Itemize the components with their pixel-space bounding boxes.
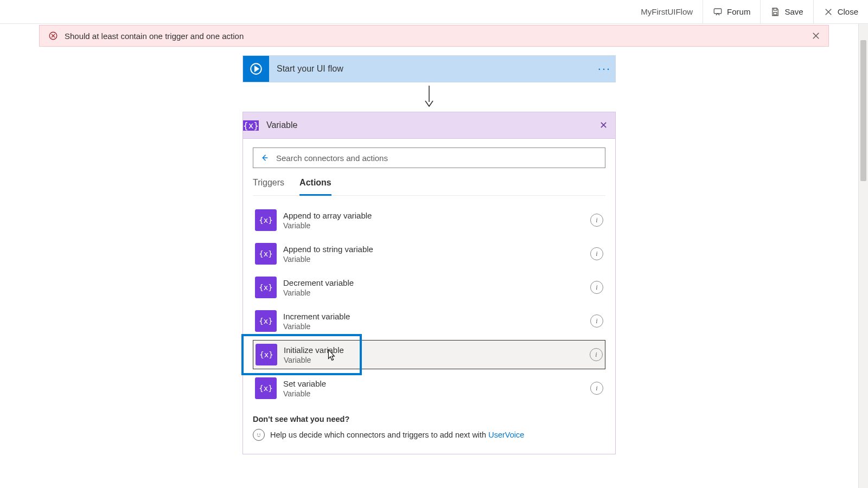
vertical-scrollbar[interactable]: [858, 24, 868, 488]
search-box[interactable]: [253, 147, 605, 168]
action-sub: Variable: [284, 356, 590, 364]
variable-icon: {x}: [255, 377, 277, 399]
info-icon[interactable]: i: [590, 281, 603, 294]
scrollbar-thumb[interactable]: [860, 40, 866, 181]
action-increment[interactable]: {x} Increment variable Variable i: [253, 306, 605, 336]
variable-panel-body: Triggers Actions {x} Append to array var…: [242, 139, 616, 454]
action-sub: Variable: [283, 389, 590, 398]
action-set[interactable]: {x} Set variable Variable i: [253, 374, 605, 403]
svg-rect-0: [714, 9, 722, 14]
action-title: Increment variable: [283, 312, 590, 321]
tab-triggers[interactable]: Triggers: [253, 178, 284, 195]
help-text: Help us decide which connectors and trig…: [270, 431, 524, 439]
info-icon[interactable]: i: [590, 314, 603, 328]
tab-actions[interactable]: Actions: [299, 178, 331, 196]
search-input[interactable]: [273, 153, 602, 163]
info-icon[interactable]: i: [590, 247, 603, 260]
save-button-label: Save: [784, 7, 803, 16]
flow-canvas: Start your UI flow ··· {x} Variable ✕: [0, 49, 858, 488]
banner-close-button[interactable]: [811, 31, 821, 41]
actions-list: {x} Append to array variable Variable i …: [253, 206, 605, 403]
validation-banner: Should at least contain one trigger and …: [39, 25, 829, 47]
svg-point-8: [259, 434, 260, 435]
variable-icon: {x}: [255, 209, 277, 231]
action-append-array[interactable]: {x} Append to array variable Variable i: [253, 206, 605, 235]
trigger-more-button[interactable]: ···: [593, 62, 615, 76]
variable-icon: {x}: [255, 243, 277, 265]
info-icon[interactable]: i: [590, 348, 603, 361]
svg-rect-1: [774, 8, 777, 10]
chat-icon: [713, 7, 723, 17]
forum-button[interactable]: Forum: [703, 0, 760, 23]
action-title: Append to string variable: [283, 245, 590, 254]
action-title: Append to array variable: [283, 211, 590, 220]
action-sub: Variable: [283, 221, 590, 230]
variable-panel-header: {x} Variable ✕: [242, 112, 616, 139]
action-title: Decrement variable: [283, 278, 590, 287]
uservoice-link[interactable]: UserVoice: [488, 431, 524, 439]
trigger-title: Start your UI flow: [269, 64, 593, 74]
svg-point-7: [257, 434, 258, 435]
info-icon[interactable]: i: [590, 382, 603, 395]
top-toolbar: MyFirstUIFlow Forum Save Close: [0, 0, 868, 24]
action-title: Initialize variable: [284, 345, 590, 355]
action-sub: Variable: [283, 288, 590, 297]
info-icon[interactable]: i: [590, 214, 603, 227]
variable-panel-title: Variable: [259, 120, 591, 130]
trigger-card[interactable]: Start your UI flow ···: [242, 55, 616, 82]
close-button[interactable]: Close: [813, 0, 868, 23]
forum-button-label: Forum: [727, 7, 750, 16]
help-question: Don't see what you need?: [253, 415, 605, 423]
action-decrement[interactable]: {x} Decrement variable Variable i: [253, 273, 605, 302]
save-button[interactable]: Save: [760, 0, 813, 23]
help-footer: Don't see what you need? Help us decide …: [253, 415, 605, 441]
error-icon: [48, 31, 58, 41]
validation-message: Should at least contain one trigger and …: [65, 31, 244, 41]
variable-icon: {x}: [255, 277, 277, 298]
svg-rect-2: [774, 12, 777, 15]
smiley-icon: [253, 429, 265, 441]
save-icon: [770, 7, 780, 17]
back-arrow-icon[interactable]: [257, 153, 273, 163]
action-append-string[interactable]: {x} Append to string variable Variable i: [253, 239, 605, 268]
close-icon: [824, 7, 833, 17]
action-initialize[interactable]: {x} Initialize variable Variable i: [253, 340, 605, 369]
variable-icon: {x}: [255, 310, 277, 332]
action-sub: Variable: [283, 255, 590, 264]
panel-tabs: Triggers Actions: [253, 178, 605, 196]
action-sub: Variable: [283, 322, 590, 331]
svg-marker-5: [255, 67, 259, 72]
close-button-label: Close: [838, 7, 858, 16]
flow-arrow-connector: [242, 82, 616, 112]
variable-icon: {x}: [256, 344, 277, 365]
action-title: Set variable: [283, 379, 590, 388]
variable-icon: {x}: [243, 120, 259, 131]
variable-panel-close-button[interactable]: ✕: [591, 119, 615, 131]
play-icon: [243, 56, 269, 82]
flow-name-label: MyFirstUIFlow: [641, 7, 703, 16]
